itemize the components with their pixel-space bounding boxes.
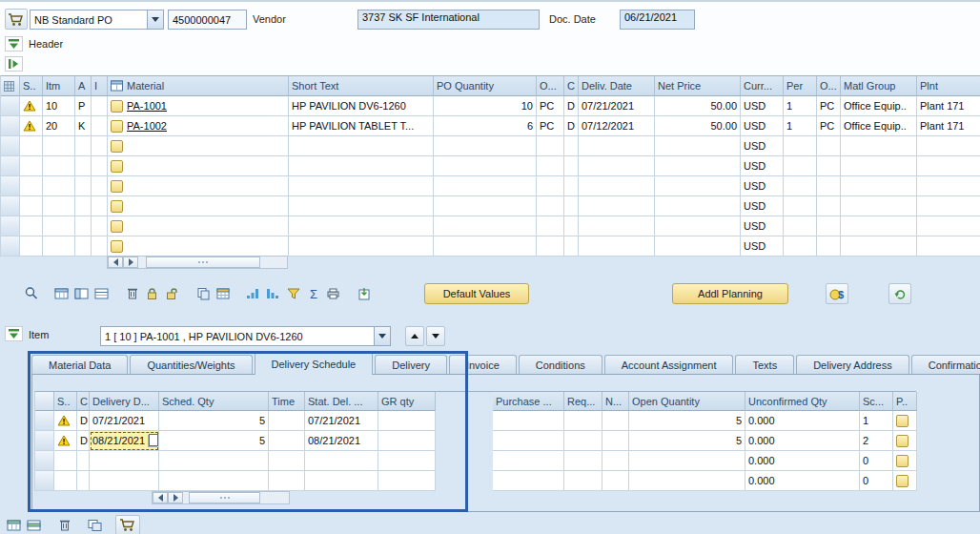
net-price-cell[interactable] xyxy=(655,156,741,176)
c-cell[interactable]: D xyxy=(77,431,90,451)
filter-icon[interactable] xyxy=(283,283,303,303)
sched-qty-cell[interactable] xyxy=(159,471,269,491)
row-selector[interactable] xyxy=(1,96,20,116)
delete-line-icon[interactable] xyxy=(54,515,74,534)
deliv-date-cell[interactable] xyxy=(579,156,655,176)
matl-group-cell[interactable] xyxy=(841,136,917,156)
req-cell[interactable] xyxy=(564,451,602,471)
doc-date-field[interactable]: 06/21/2021 xyxy=(620,10,695,30)
col-status[interactable]: S.. xyxy=(54,392,77,411)
tab-texts[interactable]: Texts xyxy=(735,355,794,375)
itm-cell[interactable] xyxy=(43,236,75,257)
curr-cell[interactable]: USD xyxy=(741,96,784,116)
gr-qty-cell[interactable] xyxy=(378,471,436,491)
oun-cell[interactable] xyxy=(537,236,564,257)
n-cell[interactable] xyxy=(602,451,629,471)
subtotal-icon[interactable]: Σ xyxy=(303,283,323,303)
short-text-cell[interactable] xyxy=(289,156,434,176)
curr-cell[interactable]: USD xyxy=(741,176,784,196)
net-price-cell[interactable] xyxy=(655,236,741,257)
req-cell[interactable] xyxy=(564,471,602,491)
status-cell[interactable] xyxy=(54,471,77,491)
material-cell[interactable] xyxy=(108,156,289,176)
scroll-left-icon[interactable] xyxy=(153,492,168,503)
sched-qty-cell[interactable]: 5 xyxy=(159,431,269,451)
per-cell[interactable] xyxy=(784,176,817,196)
sort-desc-icon[interactable] xyxy=(263,283,283,303)
itm-cell[interactable] xyxy=(43,216,75,236)
deliv-date-cell[interactable] xyxy=(579,216,655,236)
plnt-cell[interactable] xyxy=(917,176,980,196)
per-cell[interactable] xyxy=(784,156,817,176)
item-selector-dropdown[interactable]: 1 [ 10 ] PA-1001 , HP PAVILION DV6-1260 xyxy=(100,326,391,346)
plnt-cell[interactable] xyxy=(917,136,980,156)
delivery-date-cell[interactable] xyxy=(90,471,159,491)
status-cell[interactable] xyxy=(20,136,43,156)
acct-cell[interactable] xyxy=(75,196,92,216)
purchase-cell[interactable] xyxy=(493,411,564,431)
po-qty-cell[interactable] xyxy=(434,216,537,236)
material-link[interactable]: PA-1002 xyxy=(127,120,167,132)
deliv-date-cell[interactable] xyxy=(579,236,655,257)
plnt-cell[interactable] xyxy=(917,196,980,216)
short-text-cell[interactable] xyxy=(289,236,434,257)
row-selector[interactable] xyxy=(1,116,20,136)
stat-del-cell[interactable] xyxy=(305,471,378,491)
collapse-overview-icon[interactable] xyxy=(5,56,23,72)
opu-cell[interactable] xyxy=(817,216,841,236)
col-open-quantity[interactable]: Open Quantity xyxy=(629,392,745,411)
drag-copy-icon[interactable] xyxy=(149,434,158,446)
status-cell[interactable] xyxy=(54,431,77,451)
table-view-icon[interactable] xyxy=(92,283,112,303)
material-cell[interactable] xyxy=(108,176,289,196)
po-qty-cell[interactable]: 6 xyxy=(434,116,537,136)
expand-item-icon[interactable] xyxy=(5,326,23,341)
per-cell[interactable] xyxy=(784,236,817,257)
unconfirmed-qty-cell[interactable]: 0.000 xyxy=(745,471,860,491)
purchase-cell[interactable] xyxy=(493,471,564,491)
calendar-icon[interactable] xyxy=(213,283,233,303)
po-qty-cell[interactable]: 10 xyxy=(434,96,537,116)
tab-invoice[interactable]: Invoice xyxy=(449,355,517,375)
short-text-cell[interactable] xyxy=(289,176,434,196)
col-oun[interactable]: O... xyxy=(537,76,564,96)
sched-qty-cell[interactable] xyxy=(159,451,269,471)
status-cell[interactable] xyxy=(20,176,43,196)
col-c[interactable]: C xyxy=(564,76,579,96)
n-cell[interactable] xyxy=(602,431,629,451)
curr-cell[interactable]: USD xyxy=(741,156,784,176)
gr-qty-cell[interactable] xyxy=(378,411,436,431)
col-plnt[interactable]: Plnt xyxy=(917,76,980,96)
tab-material-data[interactable]: Material Data xyxy=(31,355,128,375)
c-cell[interactable] xyxy=(564,176,579,196)
col-c[interactable]: C xyxy=(77,392,90,411)
deliv-date-cell[interactable] xyxy=(579,176,655,196)
delivery-date-cell[interactable] xyxy=(90,451,159,471)
open-qty-cell[interactable] xyxy=(629,451,745,471)
n-cell[interactable] xyxy=(602,471,629,491)
time-cell[interactable] xyxy=(269,451,305,471)
open-qty-cell[interactable]: 5 xyxy=(629,431,745,451)
net-price-cell[interactable] xyxy=(655,176,741,196)
material-link[interactable]: PA-1001 xyxy=(127,100,167,112)
stat-del-cell[interactable] xyxy=(305,451,378,471)
c-cell[interactable] xyxy=(564,156,579,176)
scroll-thumb[interactable] xyxy=(189,492,260,503)
col-req[interactable]: Req... xyxy=(564,392,602,411)
p-cell[interactable] xyxy=(893,411,917,431)
tab-confirmations[interactable]: Confirmations xyxy=(911,355,980,375)
per-cell[interactable] xyxy=(784,216,817,236)
row-selector[interactable] xyxy=(35,431,54,451)
acct-cell[interactable]: P xyxy=(75,96,92,116)
oun-cell[interactable] xyxy=(537,136,564,156)
chevron-down-icon[interactable] xyxy=(374,327,390,345)
curr-cell[interactable]: USD xyxy=(741,116,784,136)
po-number-field[interactable] xyxy=(168,10,247,30)
i-cell[interactable] xyxy=(92,156,108,176)
curr-cell[interactable]: USD xyxy=(741,216,784,236)
copy-line-icon[interactable] xyxy=(24,515,44,534)
delivery-date-cell[interactable]: 07/21/2021 xyxy=(90,411,159,431)
per-cell[interactable] xyxy=(784,136,817,156)
copy-icon[interactable] xyxy=(193,283,213,303)
itm-cell[interactable]: 20 xyxy=(43,116,75,136)
